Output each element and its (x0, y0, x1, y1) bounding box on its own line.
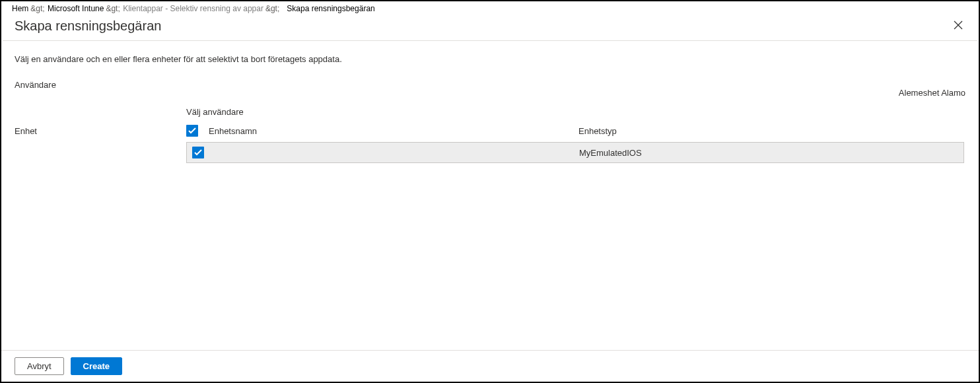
breadcrumb-clientapps[interactable]: Klientappar - Selektiv rensning av appar (123, 4, 265, 13)
check-icon (194, 148, 202, 158)
create-button[interactable]: Create (71, 357, 122, 375)
user-label: Användare (15, 80, 186, 90)
close-button[interactable] (951, 19, 965, 34)
select-user-link[interactable]: Välj användare (186, 107, 965, 117)
column-header-type[interactable]: Enhetstyp (578, 126, 964, 136)
check-icon (188, 126, 196, 136)
column-header-name[interactable]: Enhetsnamn (209, 126, 578, 136)
footer: Avbryt Create (1, 350, 979, 382)
breadcrumb-current: Skapa rensningsbegäran (287, 4, 376, 13)
breadcrumb: Hem&gt; Microsoft Intune&gt; Klientappar… (1, 1, 979, 15)
close-icon (954, 20, 963, 32)
row-device-type: MyEmulatedIOS (579, 148, 958, 158)
breadcrumb-sep: &gt; (105, 4, 120, 13)
table-row[interactable]: MyEmulatedIOS (186, 142, 964, 163)
blade-header: Skapa rensningsbegäran (1, 15, 979, 40)
content-area: Välj en användare och en eller flera enh… (1, 41, 979, 350)
table-header: Enhetsnamn Enhetstyp (186, 122, 964, 142)
user-field-row: Användare Alemeshet Alamo (15, 80, 965, 90)
device-table: Enhetsnamn Enhetstyp MyEmulatedIOS (186, 122, 964, 163)
device-section: Enhet Enhetsnamn Enhetstyp (15, 122, 965, 163)
breadcrumb-home[interactable]: Hem (12, 4, 30, 13)
cancel-button[interactable]: Avbryt (15, 357, 64, 375)
page-title: Skapa rensningsbegäran (15, 18, 951, 34)
breadcrumb-sep: &gt; (30, 4, 45, 13)
instruction-text: Välj en användare och en eller flera enh… (15, 54, 965, 64)
row-checkbox[interactable] (192, 147, 204, 158)
select-all-checkbox[interactable] (186, 125, 198, 137)
breadcrumb-intune[interactable]: Microsoft Intune (48, 4, 105, 13)
device-label: Enhet (15, 122, 186, 163)
breadcrumb-sep: &gt; (265, 4, 280, 13)
user-value: Alemeshet Alamo (899, 88, 965, 98)
